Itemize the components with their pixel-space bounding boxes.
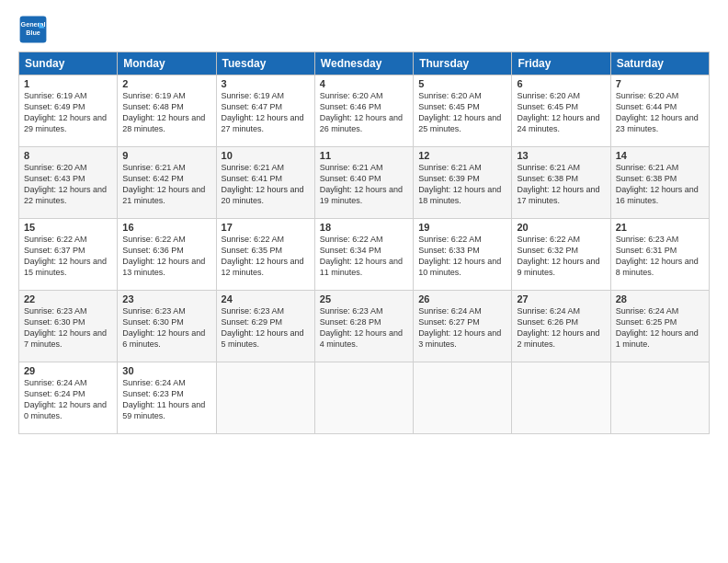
- week-row-1: 1 Sunrise: 6:19 AMSunset: 6:49 PMDayligh…: [19, 75, 710, 147]
- calendar-cell: 5 Sunrise: 6:20 AMSunset: 6:45 PMDayligh…: [414, 75, 512, 147]
- calendar-cell: 24 Sunrise: 6:23 AMSunset: 6:29 PMDaylig…: [216, 291, 314, 362]
- day-number: 15: [24, 222, 112, 233]
- day-info: Sunrise: 6:23 AMSunset: 6:30 PMDaylight:…: [122, 306, 205, 349]
- day-info: Sunrise: 6:24 AMSunset: 6:24 PMDaylight:…: [24, 378, 107, 420]
- day-number: 18: [320, 222, 408, 233]
- day-info: Sunrise: 6:21 AMSunset: 6:41 PMDaylight:…: [222, 163, 304, 205]
- day-number: 24: [222, 293, 310, 304]
- day-number: 6: [517, 78, 605, 89]
- day-number: 23: [122, 293, 210, 304]
- day-info: Sunrise: 6:21 AMSunset: 6:42 PMDaylight:…: [122, 163, 205, 205]
- calendar-cell: 27 Sunrise: 6:24 AMSunset: 6:26 PMDaylig…: [512, 291, 610, 362]
- calendar-cell: [610, 362, 709, 434]
- day-info: Sunrise: 6:20 AMSunset: 6:45 PMDaylight:…: [517, 91, 599, 133]
- calendar-body: 1 Sunrise: 6:19 AMSunset: 6:49 PMDayligh…: [19, 75, 710, 434]
- calendar-cell: 10 Sunrise: 6:21 AMSunset: 6:41 PMDaylig…: [216, 147, 314, 219]
- day-number: 3: [222, 78, 310, 89]
- day-info: Sunrise: 6:19 AMSunset: 6:49 PMDaylight:…: [24, 91, 107, 133]
- calendar-cell: 14 Sunrise: 6:21 AMSunset: 6:38 PMDaylig…: [610, 147, 709, 219]
- day-info: Sunrise: 6:23 AMSunset: 6:29 PMDaylight:…: [222, 306, 304, 349]
- day-info: Sunrise: 6:22 AMSunset: 6:37 PMDaylight:…: [24, 235, 107, 277]
- calendar-cell: 6 Sunrise: 6:20 AMSunset: 6:45 PMDayligh…: [512, 75, 610, 147]
- day-info: Sunrise: 6:22 AMSunset: 6:35 PMDaylight:…: [222, 235, 304, 277]
- weekday-header-monday: Monday: [118, 52, 216, 75]
- day-number: 26: [418, 293, 506, 304]
- day-number: 14: [616, 150, 704, 161]
- calendar-cell: 20 Sunrise: 6:22 AMSunset: 6:32 PMDaylig…: [512, 219, 610, 291]
- weekday-header-sunday: Sunday: [19, 52, 118, 75]
- day-info: Sunrise: 6:20 AMSunset: 6:45 PMDaylight:…: [418, 91, 501, 133]
- calendar-cell: 29 Sunrise: 6:24 AMSunset: 6:24 PMDaylig…: [19, 362, 118, 434]
- day-info: Sunrise: 6:22 AMSunset: 6:34 PMDaylight:…: [320, 235, 403, 277]
- weekday-header-tuesday: Tuesday: [216, 52, 314, 75]
- page: General Blue SundayMondayTuesdayWednesda…: [0, 0, 728, 563]
- calendar-table: SundayMondayTuesdayWednesdayThursdayFrid…: [18, 52, 710, 434]
- day-number: 22: [24, 293, 112, 304]
- calendar-cell: [216, 362, 314, 434]
- day-info: Sunrise: 6:20 AMSunset: 6:46 PMDaylight:…: [320, 91, 403, 133]
- week-row-5: 29 Sunrise: 6:24 AMSunset: 6:24 PMDaylig…: [19, 362, 710, 434]
- calendar-cell: 16 Sunrise: 6:22 AMSunset: 6:36 PMDaylig…: [118, 219, 216, 291]
- calendar-cell: 7 Sunrise: 6:20 AMSunset: 6:44 PMDayligh…: [610, 75, 709, 147]
- day-number: 21: [616, 222, 704, 233]
- day-info: Sunrise: 6:19 AMSunset: 6:48 PMDaylight:…: [122, 91, 205, 133]
- calendar-cell: 11 Sunrise: 6:21 AMSunset: 6:40 PMDaylig…: [314, 147, 413, 219]
- calendar-cell: 13 Sunrise: 6:21 AMSunset: 6:38 PMDaylig…: [512, 147, 610, 219]
- day-info: Sunrise: 6:23 AMSunset: 6:28 PMDaylight:…: [320, 306, 403, 349]
- day-number: 27: [517, 293, 605, 304]
- day-number: 4: [320, 78, 408, 89]
- day-number: 25: [320, 293, 408, 304]
- calendar-cell: [512, 362, 610, 434]
- day-info: Sunrise: 6:22 AMSunset: 6:36 PMDaylight:…: [122, 235, 205, 277]
- calendar-cell: 28 Sunrise: 6:24 AMSunset: 6:25 PMDaylig…: [610, 291, 709, 362]
- day-info: Sunrise: 6:24 AMSunset: 6:25 PMDaylight:…: [616, 306, 699, 349]
- day-info: Sunrise: 6:24 AMSunset: 6:26 PMDaylight:…: [517, 306, 599, 349]
- day-number: 20: [517, 222, 605, 233]
- calendar-cell: 18 Sunrise: 6:22 AMSunset: 6:34 PMDaylig…: [314, 219, 413, 291]
- day-number: 13: [517, 150, 605, 161]
- week-row-3: 15 Sunrise: 6:22 AMSunset: 6:37 PMDaylig…: [19, 219, 710, 291]
- day-info: Sunrise: 6:20 AMSunset: 6:44 PMDaylight:…: [616, 91, 699, 133]
- day-info: Sunrise: 6:24 AMSunset: 6:27 PMDaylight:…: [418, 306, 501, 349]
- day-info: Sunrise: 6:21 AMSunset: 6:38 PMDaylight:…: [517, 163, 599, 205]
- calendar-cell: 3 Sunrise: 6:19 AMSunset: 6:47 PMDayligh…: [216, 75, 314, 147]
- calendar-cell: 1 Sunrise: 6:19 AMSunset: 6:49 PMDayligh…: [19, 75, 118, 147]
- logo-icon: General Blue: [18, 15, 48, 44]
- day-number: 28: [616, 293, 704, 304]
- day-info: Sunrise: 6:19 AMSunset: 6:47 PMDaylight:…: [222, 91, 304, 133]
- weekday-header-row: SundayMondayTuesdayWednesdayThursdayFrid…: [19, 52, 710, 75]
- day-number: 30: [122, 365, 210, 376]
- calendar-cell: 19 Sunrise: 6:22 AMSunset: 6:33 PMDaylig…: [414, 219, 512, 291]
- calendar-cell: [414, 362, 512, 434]
- calendar-cell: 12 Sunrise: 6:21 AMSunset: 6:39 PMDaylig…: [414, 147, 512, 219]
- day-info: Sunrise: 6:23 AMSunset: 6:31 PMDaylight:…: [616, 235, 699, 277]
- day-number: 5: [418, 78, 506, 89]
- logo: General Blue: [18, 15, 51, 44]
- day-info: Sunrise: 6:21 AMSunset: 6:39 PMDaylight:…: [418, 163, 501, 205]
- day-info: Sunrise: 6:23 AMSunset: 6:30 PMDaylight:…: [24, 306, 107, 349]
- day-number: 2: [122, 78, 210, 89]
- day-number: 7: [616, 78, 704, 89]
- day-info: Sunrise: 6:21 AMSunset: 6:40 PMDaylight:…: [320, 163, 403, 205]
- day-info: Sunrise: 6:21 AMSunset: 6:38 PMDaylight:…: [616, 163, 699, 205]
- header: General Blue: [18, 15, 710, 44]
- weekday-header-wednesday: Wednesday: [314, 52, 413, 75]
- calendar-cell: 30 Sunrise: 6:24 AMSunset: 6:23 PMDaylig…: [118, 362, 216, 434]
- day-number: 8: [24, 150, 112, 161]
- calendar-cell: 4 Sunrise: 6:20 AMSunset: 6:46 PMDayligh…: [314, 75, 413, 147]
- day-info: Sunrise: 6:24 AMSunset: 6:23 PMDaylight:…: [122, 378, 205, 420]
- day-info: Sunrise: 6:22 AMSunset: 6:33 PMDaylight:…: [418, 235, 501, 277]
- day-number: 11: [320, 150, 408, 161]
- day-number: 12: [418, 150, 506, 161]
- week-row-4: 22 Sunrise: 6:23 AMSunset: 6:30 PMDaylig…: [19, 291, 710, 362]
- day-info: Sunrise: 6:20 AMSunset: 6:43 PMDaylight:…: [24, 163, 107, 205]
- calendar-cell: 15 Sunrise: 6:22 AMSunset: 6:37 PMDaylig…: [19, 219, 118, 291]
- calendar-cell: 8 Sunrise: 6:20 AMSunset: 6:43 PMDayligh…: [19, 147, 118, 219]
- weekday-header-thursday: Thursday: [414, 52, 512, 75]
- calendar-cell: 9 Sunrise: 6:21 AMSunset: 6:42 PMDayligh…: [118, 147, 216, 219]
- day-info: Sunrise: 6:22 AMSunset: 6:32 PMDaylight:…: [517, 235, 599, 277]
- day-number: 19: [418, 222, 506, 233]
- day-number: 16: [122, 222, 210, 233]
- weekday-header-friday: Friday: [512, 52, 610, 75]
- day-number: 9: [122, 150, 210, 161]
